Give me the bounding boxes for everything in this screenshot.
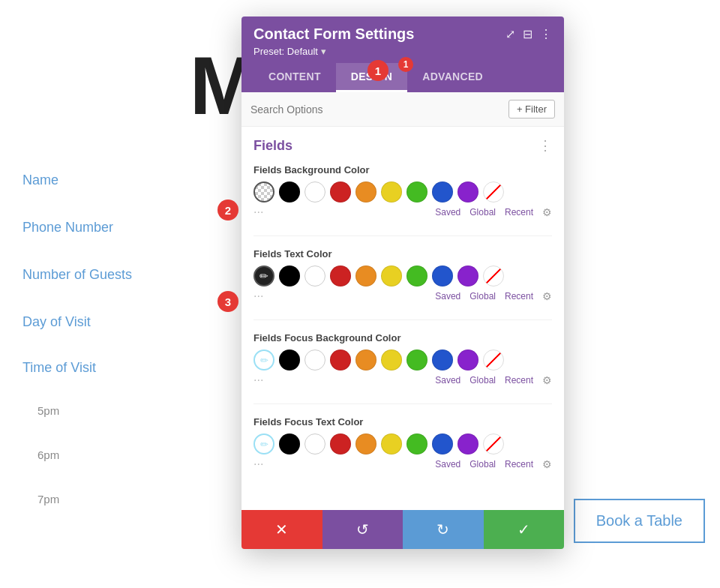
swatch-yellow-3[interactable] — [381, 350, 402, 370]
fields-bg-color-label: Fields Background Color — [254, 164, 552, 176]
swatch-black-3[interactable] — [279, 350, 300, 370]
color-tab-recent-2[interactable]: Recent — [505, 291, 533, 302]
color-tab-saved-3[interactable]: Saved — [435, 375, 460, 386]
color-tab-global-1[interactable]: Global — [470, 207, 496, 218]
color-tab-global-4[interactable]: Global — [470, 459, 496, 470]
swatch-dark-selected[interactable]: ✏ — [254, 266, 274, 286]
time-options: 5pm 6pm 7pm — [22, 404, 132, 534]
color-tab-recent-4[interactable]: Recent — [505, 459, 533, 470]
swatch-yellow[interactable] — [381, 182, 402, 202]
color-tab-recent-3[interactable]: Recent — [505, 375, 533, 386]
tab-advanced[interactable]: Advanced — [407, 63, 498, 92]
more-options-icon[interactable]: ⋮ — [540, 27, 552, 41]
swatch-green[interactable] — [406, 182, 428, 202]
color-dots-3[interactable]: ··· — [254, 374, 263, 387]
swatch-blue-2[interactable] — [432, 266, 453, 286]
swatch-purple-3[interactable] — [458, 350, 478, 370]
field-label-time: Time of Visit — [22, 360, 132, 376]
swatch-black-4[interactable] — [279, 434, 300, 454]
step-badge-1: 1 — [368, 60, 388, 81]
undo-button[interactable]: ↺ — [322, 510, 404, 549]
swatch-green-4[interactable] — [406, 434, 428, 454]
color-tab-saved-2[interactable]: Saved — [435, 291, 460, 302]
color-tab-saved-1[interactable]: Saved — [435, 207, 460, 218]
color-tab-saved-4[interactable]: Saved — [435, 459, 460, 470]
swatch-slash-3[interactable] — [483, 350, 504, 370]
swatch-white-3[interactable] — [304, 350, 326, 370]
color-gear-2[interactable]: ⚙ — [542, 290, 552, 302]
fields-text-color-swatches: ✏ — [254, 266, 552, 286]
step-badge-2: 2 — [218, 200, 238, 220]
swatch-focus-text-selected[interactable]: ✏ — [254, 434, 274, 454]
color-tab-global-2[interactable]: Global — [470, 291, 496, 302]
fields-bg-color-swatches — [254, 182, 552, 202]
swatch-transparent[interactable] — [254, 182, 274, 202]
search-input[interactable] — [250, 104, 508, 116]
swatch-orange-3[interactable] — [356, 350, 376, 370]
swatch-purple-2[interactable] — [458, 266, 478, 286]
panel-preset[interactable]: Preset: Default ▾ — [254, 46, 552, 57]
fields-focus-text-color-tabs: ··· Saved Global Recent ⚙ — [254, 458, 552, 471]
expand-icon[interactable]: ⤢ — [506, 27, 515, 41]
color-dots-2[interactable]: ··· — [254, 290, 263, 303]
swatch-red[interactable] — [330, 182, 351, 202]
swatch-white-4[interactable] — [304, 434, 326, 454]
swatch-red-3[interactable] — [330, 350, 351, 370]
swatch-white[interactable] — [304, 182, 326, 202]
color-tab-recent-1[interactable]: Recent — [505, 207, 533, 218]
book-table-button[interactable]: Book a Table — [574, 499, 705, 543]
color-dots-1[interactable]: ··· — [254, 206, 263, 219]
swatch-green-2[interactable] — [406, 266, 428, 286]
cancel-button[interactable]: ✕ — [242, 510, 322, 549]
swatch-black-2[interactable] — [279, 266, 300, 286]
swatch-orange-4[interactable] — [356, 434, 376, 454]
field-label-phone: Phone Number — [22, 220, 132, 236]
swatch-slash-2[interactable] — [483, 266, 504, 286]
fields-bg-color-section: Fields Background Color ··· Saved Global… — [254, 164, 552, 236]
columns-icon[interactable]: ⊟ — [523, 27, 532, 41]
fields-focus-text-color-swatches: ✏ — [254, 434, 552, 454]
redo-button[interactable]: ↻ — [403, 510, 484, 549]
swatch-green-3[interactable] — [406, 350, 428, 370]
swatch-black[interactable] — [279, 182, 300, 202]
fields-text-color-tabs: ··· Saved Global Recent ⚙ — [254, 290, 552, 303]
swatch-slash-4[interactable] — [483, 434, 504, 454]
swatch-purple[interactable] — [458, 182, 478, 202]
fields-focus-bg-color-tabs: ··· Saved Global Recent ⚙ — [254, 374, 552, 387]
fields-text-color-label: Fields Text Color — [254, 248, 552, 260]
field-label-guests: Number of Guests — [22, 267, 132, 283]
color-gear-3[interactable]: ⚙ — [542, 374, 552, 386]
swatch-red-2[interactable] — [330, 266, 351, 286]
tab-content[interactable]: Content — [254, 63, 336, 92]
filter-button[interactable]: + Filter — [508, 100, 555, 118]
color-tab-global-3[interactable]: Global — [470, 375, 496, 386]
swatch-blue-3[interactable] — [432, 350, 453, 370]
fields-section-title: Fields — [254, 138, 292, 154]
panel-header-icons: ⤢ ⊟ ⋮ — [506, 27, 552, 41]
swatch-red-4[interactable] — [330, 434, 351, 454]
panel-body: Fields ⋮ Fields Background Color ··· Sav… — [242, 127, 564, 510]
panel-tabs: Content Design 1 Advanced — [254, 63, 552, 92]
swatch-purple-4[interactable] — [458, 434, 478, 454]
panel-search-bar: + Filter — [242, 92, 564, 127]
swatch-blue[interactable] — [432, 182, 453, 202]
swatch-yellow-2[interactable] — [381, 266, 402, 286]
color-dots-4[interactable]: ··· — [254, 458, 263, 471]
swatch-yellow-4[interactable] — [381, 434, 402, 454]
swatch-blue-4[interactable] — [432, 434, 453, 454]
swatch-orange[interactable] — [356, 182, 376, 202]
swatch-slash[interactable] — [483, 182, 504, 202]
fields-focus-bg-color-swatches: ✏ — [254, 350, 552, 370]
fields-focus-text-color-label: Fields Focus Text Color — [254, 416, 552, 428]
panel-header: Contact Form Settings ⤢ ⊟ ⋮ Preset: Defa… — [242, 16, 564, 92]
swatch-orange-2[interactable] — [356, 266, 376, 286]
swatch-white-2[interactable] — [304, 266, 326, 286]
color-gear-4[interactable]: ⚙ — [542, 458, 552, 470]
fields-focus-bg-color-section: Fields Focus Background Color ✏ ··· Save… — [254, 332, 552, 404]
fields-section-more[interactable]: ⋮ — [538, 137, 552, 154]
fields-text-color-section: Fields Text Color ✏ ··· Saved Global R — [254, 248, 552, 320]
swatch-focus-selected[interactable]: ✏ — [254, 350, 274, 370]
color-gear-1[interactable]: ⚙ — [542, 206, 552, 218]
save-button[interactable]: ✓ — [484, 510, 565, 549]
form-fields-area: Name Phone Number Number of Guests Day o… — [22, 172, 132, 534]
